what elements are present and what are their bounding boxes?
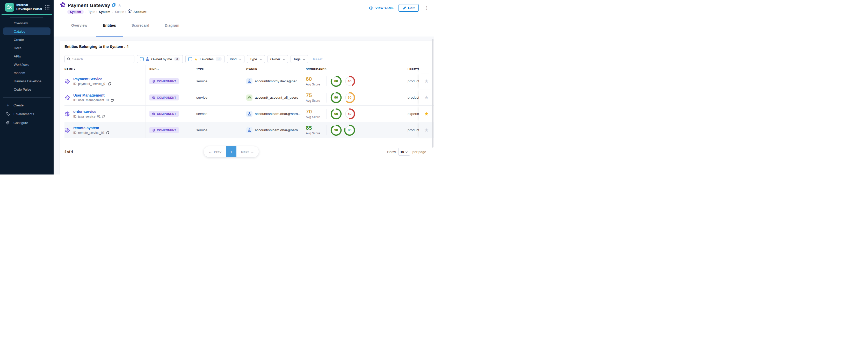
- reset-filters-button[interactable]: Reset: [313, 57, 322, 61]
- kind-filter-dropdown[interactable]: Kind: [227, 55, 244, 63]
- sidebar-item-catalog[interactable]: Catalog: [3, 27, 51, 35]
- kind-filter-label: Kind: [230, 57, 237, 61]
- owner-user-icon: [246, 127, 252, 133]
- tab-scorecard[interactable]: Scorecard: [125, 15, 156, 36]
- gear-icon: [152, 128, 155, 132]
- copy-icon[interactable]: [102, 115, 105, 118]
- entity-name-link[interactable]: User Management: [73, 93, 114, 97]
- scorecard-gauge[interactable]: 50: [344, 108, 355, 120]
- gear-icon: [152, 80, 155, 83]
- scorecard-gauge[interactable]: 90: [331, 125, 342, 136]
- type-filter-dropdown[interactable]: Type: [247, 55, 265, 63]
- sidebar-environments[interactable]: Environments: [0, 109, 54, 118]
- copy-icon[interactable]: [111, 99, 114, 102]
- search-input[interactable]: [72, 57, 132, 61]
- main-area: Payment Gateway ★ System • Type : System…: [54, 0, 434, 174]
- scope-label: Scope :: [115, 10, 126, 14]
- kind-component-badge: COMPONENT: [149, 95, 179, 100]
- entity-name-link[interactable]: Payment Service: [73, 77, 111, 81]
- system-entity-icon: [60, 2, 65, 8]
- sidebar-item-harness-developer[interactable]: Harness Develope...: [3, 77, 51, 85]
- entity-id: ID: user_management_01: [73, 98, 109, 102]
- table-row: Payment Service ID: payment_service_01 C…: [64, 73, 434, 89]
- page-size-select[interactable]: 10: [398, 148, 410, 156]
- favorite-star-icon[interactable]: ★: [424, 128, 429, 132]
- next-label: Next: [241, 150, 249, 154]
- entity-id: ID: java_service_01: [73, 115, 100, 118]
- scorecard-gauge[interactable]: 80: [344, 125, 355, 136]
- column-header-kind[interactable]: KIND▴▾: [146, 65, 190, 73]
- search-box[interactable]: [64, 55, 134, 63]
- scorecard-gauge[interactable]: 90: [331, 108, 342, 120]
- eye-icon: [369, 6, 373, 9]
- owned-by-me-checkbox[interactable]: [140, 57, 144, 61]
- app-switcher-icon[interactable]: [45, 5, 50, 9]
- scorecard-gauge[interactable]: 40: [344, 75, 355, 87]
- plus-icon: +: [6, 103, 10, 107]
- chevron-down-icon: [303, 58, 305, 60]
- sidebar-item-random[interactable]: random: [3, 69, 51, 76]
- favorites-label: Favorites: [200, 57, 213, 61]
- avg-score-label: Avg Score: [306, 99, 320, 102]
- entity-type: service: [190, 122, 238, 138]
- copy-icon[interactable]: [106, 131, 109, 134]
- owner-filter-dropdown[interactable]: Owner: [268, 55, 288, 63]
- scorecard-gauge[interactable]: 60: [344, 92, 355, 103]
- favorites-filter[interactable]: ★ Favorites 0: [185, 55, 224, 63]
- copy-icon[interactable]: [108, 82, 111, 86]
- sidebar-create-button[interactable]: + Create: [0, 101, 54, 109]
- tab-diagram[interactable]: Diagram: [158, 15, 186, 36]
- sidebar-item-docs[interactable]: Docs: [3, 44, 51, 52]
- avg-score-label: Avg Score: [306, 115, 320, 119]
- prev-label: Prev: [214, 150, 221, 154]
- entity-tabs: Overview Entities Scorecard Diagram: [54, 15, 434, 36]
- lifecycle-value: production: [408, 79, 419, 83]
- chevron-down-icon: [283, 58, 285, 60]
- chevron-down-icon: [405, 151, 408, 153]
- avg-score-value: 75: [306, 92, 326, 98]
- edit-label: Edit: [408, 6, 415, 10]
- column-header-type: TYPE: [190, 65, 238, 73]
- owner-filter-label: Owner: [270, 57, 280, 61]
- type-value: System: [99, 10, 110, 14]
- scorecard-gauge[interactable]: 90: [331, 92, 342, 103]
- favorite-star-icon[interactable]: ★: [424, 111, 429, 116]
- component-gear-icon: [64, 95, 70, 100]
- type-filter-label: Type: [250, 57, 257, 61]
- card-header: Entities Belonging to the System : 4: [60, 41, 434, 52]
- view-yaml-button[interactable]: View YAML: [369, 6, 394, 10]
- sidebar-configure[interactable]: Configure: [0, 118, 54, 127]
- sidebar-item-workflows[interactable]: Workflows: [3, 61, 51, 68]
- favorite-star-icon[interactable]: ★: [424, 79, 429, 84]
- copy-icon[interactable]: [112, 3, 116, 8]
- page-number-button[interactable]: 1: [226, 146, 237, 157]
- owned-by-me-label: Owned by me: [151, 57, 172, 61]
- prev-page-button[interactable]: ←Prev: [204, 146, 226, 157]
- sidebar-item-overview[interactable]: Overview: [3, 19, 51, 27]
- tab-entities[interactable]: Entities: [96, 15, 123, 36]
- app-title: Internal Developer Portal: [16, 3, 43, 11]
- favorite-star-icon[interactable]: ★: [424, 95, 429, 100]
- sidebar-configure-label: Configure: [13, 121, 28, 125]
- scorecard-gauge[interactable]: 80: [331, 75, 342, 87]
- table-row: order-service ID: java_service_01 COMPON…: [64, 106, 434, 122]
- sidebar-item-code-pulse[interactable]: Code Pulse: [3, 86, 51, 93]
- next-page-button[interactable]: Next→: [237, 146, 259, 157]
- entity-name-link[interactable]: order-service: [73, 109, 105, 114]
- pagination: 4 of 4 ←Prev 1 Next→ Show 10 per page: [60, 142, 434, 162]
- column-header-name[interactable]: NAME▴▾: [64, 65, 146, 73]
- gear-icon: [152, 112, 155, 116]
- sidebar-item-apis[interactable]: APIs: [3, 52, 51, 60]
- sidebar-item-create[interactable]: Create: [3, 36, 51, 43]
- entity-name-link[interactable]: remote-system: [73, 126, 109, 130]
- owner-name: account/_account_all_users: [255, 96, 298, 99]
- more-options-kebab-icon[interactable]: ⋮: [423, 5, 430, 11]
- tags-filter-dropdown[interactable]: Tags: [290, 55, 308, 63]
- vertical-scrollbar[interactable]: [432, 39, 433, 148]
- favorite-entity-star-icon[interactable]: ★: [118, 3, 121, 7]
- edit-button[interactable]: Edit: [399, 4, 419, 12]
- owned-by-me-filter[interactable]: Owned by me 3: [137, 55, 183, 63]
- table-header-row: NAME▴▾ KIND▴▾ TYPE OWNER SCORECARDS LIFE…: [64, 65, 434, 73]
- tab-overview[interactable]: Overview: [64, 15, 94, 36]
- favorites-checkbox[interactable]: [188, 57, 192, 61]
